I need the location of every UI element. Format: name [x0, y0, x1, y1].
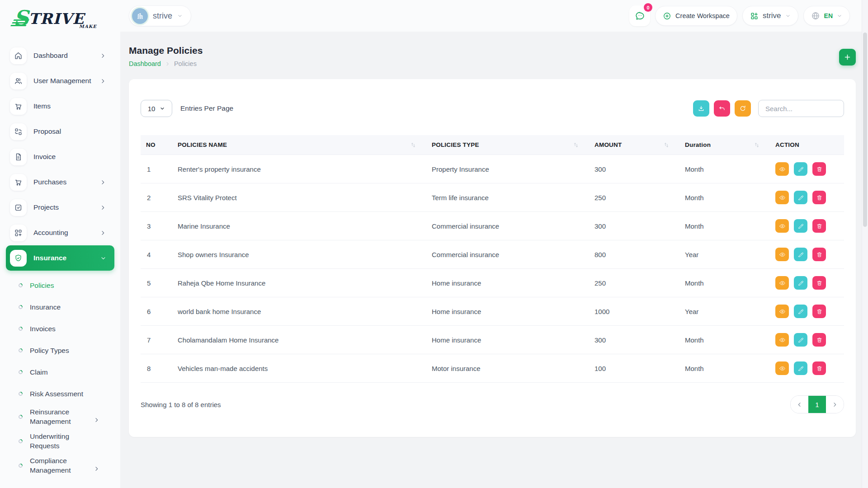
sidebar-subitem-policy-types[interactable]: Policy Types [0, 339, 120, 361]
edit-button[interactable] [794, 276, 807, 290]
eye-icon [779, 337, 786, 343]
entries-per-page-value: 10 [148, 105, 156, 113]
create-workspace-button[interactable]: Create Workspace [655, 6, 737, 26]
view-button[interactable] [775, 276, 789, 290]
sort-icon [754, 142, 760, 148]
col-header-policies-name[interactable]: POLICIES NAME [167, 135, 421, 155]
col-header-duration[interactable]: Duration [674, 135, 764, 155]
cart-icon [10, 98, 27, 115]
sidebar-subitem-reinsurance-management[interactable]: Reinsurance Management [0, 404, 120, 429]
cell-policy-type: Home insurance [421, 326, 584, 354]
sidebar-subitem-policies[interactable]: Policies [0, 274, 120, 296]
sidebar-subitem-label: Compliance Management [30, 456, 99, 475]
col-header-policies-type[interactable]: POLICIES TYPE [421, 135, 584, 155]
undo-button[interactable] [714, 100, 730, 117]
chevron-right-icon [100, 179, 106, 185]
entries-per-page-select[interactable]: 10 [141, 100, 172, 117]
main-content: Manage Policies Dashboard Policies 10 En… [120, 32, 868, 488]
showing-entries-text: Showing 1 to 8 of 8 entries [141, 401, 221, 408]
bullet-donut-icon [18, 414, 23, 419]
sidebar-item-insurance[interactable]: Insurance [6, 245, 114, 271]
cell-policy-type: Term life insurance [421, 183, 584, 212]
view-button[interactable] [775, 305, 789, 318]
sidebar-item-invoice[interactable]: Invoice [0, 144, 120, 169]
sidebar-subitem-risk-assessment[interactable]: Risk Assessment [0, 383, 120, 404]
trash-icon [816, 365, 823, 372]
sidebar-item-label: User Management [33, 77, 91, 85]
edit-button[interactable] [794, 361, 807, 375]
delete-button[interactable] [812, 276, 826, 290]
chevron-left-icon [797, 402, 802, 408]
pagination: 1 [790, 395, 844, 413]
download-icon [698, 105, 705, 112]
col-header-amount[interactable]: AMOUNT [584, 135, 674, 155]
view-button[interactable] [775, 248, 789, 261]
view-button[interactable] [775, 219, 789, 233]
view-button[interactable] [775, 162, 789, 176]
delete-button[interactable] [812, 305, 826, 318]
cell-no: 3 [141, 212, 167, 240]
logo-sub-text: MAKE [79, 24, 97, 29]
sidebar-item-purchases[interactable]: Purchases [0, 169, 120, 195]
sidebar-subitem-insurance[interactable]: Insurance [0, 296, 120, 318]
edit-button[interactable] [794, 191, 807, 204]
edit-button[interactable] [794, 162, 807, 176]
edit-button[interactable] [794, 333, 807, 347]
sidebar-item-projects[interactable]: Projects [0, 195, 120, 220]
sidebar-item-accounting[interactable]: Accounting [0, 220, 120, 245]
scrollbar-thumb[interactable] [863, 33, 867, 227]
sort-icon [573, 142, 579, 148]
edit-button[interactable] [794, 305, 807, 318]
check-square-icon [10, 199, 27, 216]
sidebar-subitem-claim[interactable]: Claim [0, 361, 120, 383]
sidebar-item-dashboard[interactable]: Dashboard [0, 43, 120, 68]
sidebar-subitem-label: Reinsurance Management [30, 407, 99, 426]
delete-button[interactable] [812, 248, 826, 261]
pencil-icon [797, 337, 804, 343]
delete-button[interactable] [812, 191, 826, 204]
table-row: 2 SRS Vitality Protect Term life insuran… [141, 183, 844, 212]
workspace-pill[interactable]: strive [129, 5, 191, 26]
sidebar-item-user-management[interactable]: User Management [0, 68, 120, 94]
bullet-donut-icon [18, 348, 23, 353]
pagination-prev-button[interactable] [791, 396, 808, 413]
edit-button[interactable] [794, 219, 807, 233]
cell-no: 6 [141, 297, 167, 326]
sort-icon [663, 142, 670, 148]
breadcrumb-dashboard-link[interactable]: Dashboard [129, 60, 161, 67]
sidebar-subitem-label: Underwriting Requests [30, 432, 99, 450]
cell-policy-type: Home insurance [421, 269, 584, 297]
workspace-selector[interactable]: strive [742, 6, 798, 26]
refresh-button[interactable] [735, 100, 751, 117]
chat-button[interactable]: 0 [629, 5, 650, 26]
sidebar-subitem-underwriting-requests[interactable]: Underwriting Requests [0, 429, 120, 453]
view-button[interactable] [775, 333, 789, 347]
sidebar-subitem-invoices[interactable]: Invoices [0, 318, 120, 339]
scrollbar[interactable] [862, 0, 868, 488]
sidebar-item-label: Invoice [33, 153, 56, 161]
search-input[interactable] [758, 100, 844, 117]
language-selector[interactable]: EN [803, 6, 850, 26]
sidebar-item-items[interactable]: Items [0, 94, 120, 119]
sidebar-item-label: Accounting [33, 229, 68, 237]
delete-button[interactable] [812, 219, 826, 233]
logo-text: TRIVE [28, 10, 84, 28]
cell-policy-name: Shop owners Insurance [167, 240, 421, 269]
app-logo[interactable]: S TRIVE MAKE [14, 4, 107, 28]
delete-button[interactable] [812, 361, 826, 375]
pagination-page-1[interactable]: 1 [808, 396, 826, 413]
sidebar-subitem-compliance-management[interactable]: Compliance Management [0, 453, 120, 478]
export-button[interactable] [693, 100, 709, 117]
pagination-next-button[interactable] [826, 396, 844, 413]
view-button[interactable] [775, 191, 789, 204]
trash-icon [816, 251, 823, 258]
sidebar-item-proposal[interactable]: Proposal [0, 119, 120, 144]
sidebar: Dashboard User Management Items Proposal… [0, 32, 120, 488]
delete-button[interactable] [812, 162, 826, 176]
breadcrumb-current: Policies [174, 60, 197, 67]
view-button[interactable] [775, 361, 789, 375]
add-policy-button[interactable] [839, 49, 856, 66]
delete-button[interactable] [812, 333, 826, 347]
cell-amount: 800 [584, 240, 674, 269]
edit-button[interactable] [794, 248, 807, 261]
